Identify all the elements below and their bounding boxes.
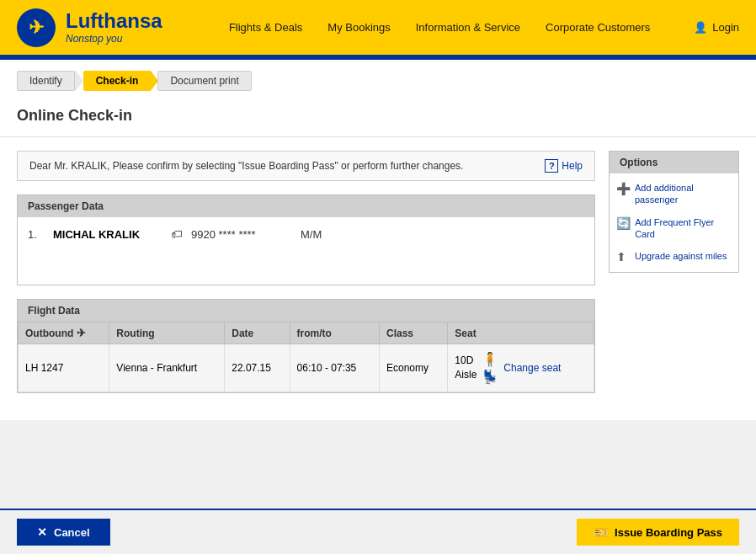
- logo-area: ✈ Lufthansa Nonstop you: [17, 8, 185, 47]
- flight-class: Economy: [380, 344, 448, 392]
- step-checkin-label: Check-in: [83, 71, 152, 91]
- flight-data-header: Flight Data: [18, 300, 594, 322]
- cancel-button[interactable]: ✕ Cancel: [17, 519, 110, 546]
- options-body: ➕ Add additional passenger 🔄 Add Frequen…: [610, 173, 738, 272]
- flight-table: Outbound ✈ Routing Date from/to Class Se…: [18, 322, 594, 392]
- flight-routing: Vienna - Frankfurt: [109, 344, 225, 392]
- step-identify-label: Identify: [17, 71, 75, 91]
- issue-boarding-pass-button[interactable]: 🎫 Issue Boarding Pass: [577, 519, 739, 546]
- right-panel: Options ➕ Add additional passenger 🔄 Add…: [609, 151, 739, 407]
- passenger-row: 1. MICHAL KRALIK 🏷 9920 **** **** M/M: [28, 227, 584, 241]
- breadcrumb-step-document: Document print: [157, 71, 251, 91]
- help-link[interactable]: ? Help: [545, 159, 583, 173]
- issue-label: Issue Boarding Pass: [615, 526, 722, 539]
- add-passenger-icon: ➕: [616, 182, 630, 195]
- nav-my-bookings[interactable]: My Bookings: [327, 21, 390, 34]
- passenger-data-header: Passenger Data: [18, 195, 594, 217]
- flight-data-section: Flight Data Outbound ✈ Routing D: [17, 299, 595, 393]
- header: ✈ Lufthansa Nonstop you Flights & Deals …: [0, 0, 756, 55]
- help-label: Help: [562, 160, 583, 172]
- col-fromto: from/to: [290, 322, 379, 344]
- user-icon: 👤: [694, 21, 707, 34]
- passenger-type: M/M: [301, 228, 322, 241]
- col-seat: Seat: [448, 322, 594, 344]
- flight-time: 06:10 - 07:35: [290, 344, 379, 392]
- brand-tagline: Nonstop you: [66, 33, 162, 45]
- plane-icon: ✈: [77, 327, 86, 339]
- upgrade-icon: ⬆: [616, 250, 630, 264]
- flight-date: 22.07.15: [225, 344, 290, 392]
- flight-number: LH 1247: [19, 344, 109, 392]
- cancel-label: Cancel: [54, 526, 90, 539]
- step-document-label: Document print: [157, 71, 251, 91]
- info-message-box: Dear Mr. KRALIK, Please confirm by selec…: [17, 151, 595, 181]
- brand-name: Lufthansa: [66, 10, 162, 32]
- option-add-ffcard[interactable]: 🔄 Add Frequent Flyer Card: [616, 216, 732, 241]
- nav-info-service[interactable]: Information & Service: [416, 21, 520, 34]
- boarding-icon: 🎫: [594, 525, 608, 539]
- options-box: Options ➕ Add additional passenger 🔄 Add…: [609, 151, 739, 273]
- seat-number: 10D: [455, 354, 476, 368]
- breadcrumb-step-checkin: Check-in: [83, 71, 152, 91]
- nav-corp-customers[interactable]: Corporate Customers: [546, 21, 650, 34]
- person-icon: 🧍: [482, 351, 498, 367]
- help-icon: ?: [545, 159, 558, 173]
- ff-card-label: Add Frequent Flyer Card: [635, 216, 732, 241]
- options-header: Options: [610, 152, 738, 173]
- ticket-number: 9920 **** ****: [191, 228, 292, 241]
- passenger-name: MICHAL KRALIK: [53, 228, 162, 241]
- change-seat-link[interactable]: Change seat: [503, 362, 561, 374]
- info-message-text: Dear Mr. KRALIK, Please confirm by selec…: [29, 160, 463, 172]
- page-title-area: Online Check-in: [0, 102, 756, 137]
- passenger-number: 1.: [28, 228, 45, 241]
- footer-buttons: ✕ Cancel 🎫 Issue Boarding Pass: [0, 509, 756, 554]
- col-outbound: Outbound ✈: [19, 322, 109, 344]
- breadcrumb-step-identify: Identify: [17, 71, 75, 91]
- logo-icon: ✈: [17, 8, 56, 47]
- seat-info: 10D Aisle: [455, 354, 476, 382]
- upgrade-label: Upgrade against miles: [635, 250, 727, 262]
- add-passenger-label: Add additional passenger: [635, 182, 732, 206]
- arrow-after-identify: [75, 70, 83, 92]
- seat-icons: 🧍 💺: [482, 351, 498, 385]
- main-content: Dear Mr. KRALIK, Please confirm by selec…: [0, 137, 756, 420]
- ff-card-icon: 🔄: [616, 216, 630, 230]
- seat-type: Aisle: [455, 368, 476, 382]
- passenger-data-section: Passenger Data 1. MICHAL KRALIK 🏷 9920 *…: [17, 194, 595, 285]
- chair-icon: 💺: [482, 369, 498, 385]
- cancel-icon: ✕: [37, 525, 47, 539]
- col-class: Class: [380, 322, 448, 344]
- col-date: Date: [225, 322, 290, 344]
- option-add-passenger[interactable]: ➕ Add additional passenger: [616, 182, 732, 206]
- option-upgrade-miles[interactable]: ⬆ Upgrade against miles: [616, 250, 732, 264]
- login-button[interactable]: 👤 Login: [694, 21, 739, 34]
- main-nav: Flights & Deals My Bookings Information …: [185, 21, 694, 34]
- logo-text: Lufthansa Nonstop you: [66, 10, 162, 44]
- flight-row: LH 1247 Vienna - Frankfurt 22.07.15 06:1…: [19, 344, 594, 392]
- col-routing: Routing: [109, 322, 225, 344]
- flight-data-body: Outbound ✈ Routing Date from/to Class Se…: [18, 322, 594, 392]
- page-title: Online Check-in: [17, 107, 132, 124]
- left-panel: Dear Mr. KRALIK, Please confirm by selec…: [17, 151, 595, 407]
- breadcrumb: Identify Check-in Document print: [0, 60, 756, 102]
- tag-icon: 🏷: [171, 227, 183, 241]
- flight-seat: 10D Aisle 🧍 💺 Change seat: [448, 344, 594, 392]
- nav-flights-deals[interactable]: Flights & Deals: [229, 21, 302, 34]
- passenger-data-body: 1. MICHAL KRALIK 🏷 9920 **** **** M/M: [18, 217, 594, 285]
- login-label: Login: [712, 21, 739, 34]
